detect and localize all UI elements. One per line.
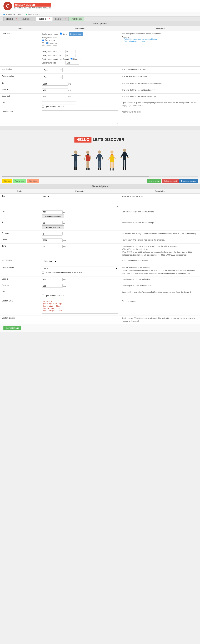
tab-slide2-close-icon[interactable]: ✕ — [32, 18, 33, 20]
center-vertically-btn[interactable]: Center vertically — [42, 225, 64, 229]
delay-input[interactable] — [42, 238, 63, 242]
table-row: Out animation Fade Slide left Slide righ… — [0, 265, 200, 276]
tab-slide4-close-icon[interactable]: ✕ — [65, 18, 66, 20]
el-option-out-anim-params: Fade Slide left Slide right Disable sync… — [40, 265, 120, 276]
time-desc-text: The time that the slide will remain on t… — [122, 82, 162, 84]
el-ease-in-desc-text: How long will the in animation take. — [122, 278, 151, 280]
el-time-input[interactable] — [42, 245, 63, 248]
el-in-anim-select[interactable]: Slide right Slide left Fade Slide up Sli… — [42, 259, 57, 263]
table-row: Link Open link in a new tab Open the lin… — [0, 100, 200, 109]
bg-posY-input[interactable] — [65, 54, 76, 57]
preset2-link[interactable]: Pattern background image — [123, 40, 146, 42]
left-input[interactable] — [42, 210, 63, 214]
live-preview-btn[interactable]: Live preview — [147, 179, 161, 183]
el-link-input[interactable] — [42, 290, 76, 294]
el-ease-in-input[interactable] — [42, 278, 63, 281]
section-gap — [0, 126, 200, 130]
select-color-label: Select Color — [49, 42, 60, 44]
duplicate-element-btn[interactable]: Duplicate element — [179, 179, 198, 183]
open-new-tab-checkbox[interactable] — [42, 105, 44, 108]
sync-checkbox[interactable] — [42, 271, 44, 274]
scroll-bar-thumb[interactable] — [2, 176, 149, 177]
bg-posX-input[interactable] — [65, 50, 76, 53]
delete-element-btn[interactable]: Delete element — [162, 179, 179, 183]
in-anim-select[interactable]: Fade Slide left Slide right Slide up Sli… — [42, 68, 63, 72]
tab-slide4-edit-icon[interactable]: ✏ — [63, 18, 64, 20]
svg-rect-21 — [98, 161, 100, 168]
color-value-input[interactable] — [42, 46, 59, 49]
svg-rect-17 — [86, 168, 88, 170]
table-row: Custom CSS color: #fff; padding: 5px 20p… — [0, 298, 200, 315]
el-open-new-tab-row: Open link in a new tab — [42, 294, 118, 297]
el-time-input-row: ms — [42, 245, 118, 248]
add-text-btn[interactable]: Add text — [2, 179, 12, 183]
option-background-label: Background — [0, 31, 40, 66]
preset1-link[interactable]: Full width responsive background image — [123, 38, 157, 40]
option-link-params: Open link in a new tab — [40, 100, 120, 109]
tab-slide4[interactable]: SLIDE 4 ✏ ✕ — [53, 16, 69, 21]
el-custom-classes-input[interactable] — [42, 317, 76, 320]
link-input[interactable] — [42, 101, 76, 105]
svg-rect-18 — [88, 168, 90, 170]
tab-slide1-edit-icon[interactable]: ✏ — [14, 18, 15, 20]
no-repeat-radio[interactable] — [70, 58, 73, 60]
select-color-btn[interactable]: Select Color — [45, 42, 61, 45]
transparent-radio[interactable] — [42, 39, 44, 41]
el-zindex-desc-text: An element with an high z-index will cov… — [122, 232, 197, 234]
nav-edit-slides[interactable]: EDIT SLIDES — [26, 13, 39, 15]
select-color-radio[interactable] — [42, 42, 44, 44]
ease-out-input[interactable] — [42, 95, 68, 98]
add-image-btn[interactable]: Add image — [13, 179, 26, 183]
tab-slide3-edit-icon[interactable]: ✏ — [47, 18, 48, 20]
nav-slider-settings[interactable]: SLIDER SETTINGS — [3, 13, 22, 15]
option-out-anim-label: Out animation — [0, 74, 40, 81]
tab-slide2-edit-icon[interactable]: ✏ — [30, 18, 31, 20]
bg-posY-label: Background position-y — [42, 54, 64, 56]
bg-none-radio[interactable] — [60, 32, 62, 35]
tab-slide2[interactable]: SLIDE 2 ✏ ✕ — [20, 16, 36, 21]
el-out-anim-select[interactable]: Fade Slide left Slide right — [42, 266, 118, 270]
svg-rect-41 — [125, 160, 126, 167]
repeat-radio[interactable] — [60, 58, 62, 60]
add-video-btn[interactable]: Add video — [27, 179, 39, 183]
bg-select-image-btn[interactable]: Select image — [69, 32, 83, 36]
el-option-top-params: px Center vertically — [40, 220, 120, 231]
el-ease-out-input[interactable] — [42, 284, 63, 288]
top-input[interactable] — [42, 221, 63, 225]
ease-in-input[interactable] — [42, 88, 68, 92]
svg-rect-11 — [87, 154, 89, 155]
el-custom-css-textarea[interactable]: color: #fff; padding: 5px 20px; font-siz… — [42, 300, 118, 314]
el-th-desc: Description — [120, 189, 200, 194]
option-ease-out-params: ms — [40, 94, 120, 100]
table-row: Z - index An element with an high z-inde… — [0, 231, 200, 237]
option-in-anim-params: Fade Slide left Slide right Slide up Sli… — [40, 66, 120, 74]
bg-size-input[interactable] — [65, 61, 79, 64]
bg-repeat-row: Background repeat: Repeat No repeat — [42, 58, 118, 60]
color-swatch — [46, 42, 48, 44]
el-open-new-tab-checkbox[interactable] — [42, 294, 44, 297]
svg-line-23 — [96, 155, 98, 159]
tab-add-slide[interactable]: ADD SLIDE — [69, 16, 84, 21]
figure-3 — [95, 150, 104, 172]
tab-slide1[interactable]: SLIDE 1 ✏ ✕ — [3, 16, 19, 21]
svg-point-45 — [127, 157, 129, 158]
svg-line-16 — [90, 156, 91, 160]
time-input[interactable] — [42, 82, 68, 86]
tab-slide3[interactable]: SLIDE 3 ✏ ✕ — [36, 16, 52, 21]
tab-slide1-close-icon[interactable]: ✕ — [15, 18, 17, 20]
el-text-textarea[interactable]: HELLO — [42, 195, 118, 207]
custom-css-textarea[interactable] — [42, 110, 118, 124]
tab-add-slide-label: ADD SLIDE — [72, 18, 82, 20]
ease-out-unit: ms — [68, 96, 71, 98]
tab-slide3-close-icon[interactable]: ✕ — [48, 18, 50, 20]
center-horizontally-btn[interactable]: Center horizontally — [42, 214, 64, 218]
delay-unit: ms — [63, 239, 66, 241]
option-custom-css-label: Custom CSS — [0, 109, 40, 126]
el-option-ease-in-desc: How long will the in animation take. — [120, 276, 200, 283]
zindex-input[interactable] — [42, 232, 63, 236]
out-anim-select[interactable]: Fade Slide left Slide right — [42, 75, 63, 79]
header: C CRELLY SLIDER the first free WP Slider… — [0, 0, 200, 12]
save-settings-btn[interactable]: Save Settings — [3, 326, 21, 330]
slide-options-table: Option Parameter Description Background … — [0, 26, 200, 126]
svg-rect-36 — [113, 168, 114, 170]
